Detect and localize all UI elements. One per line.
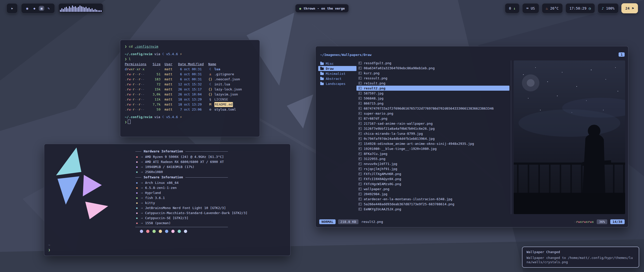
keyboard-layout-widget[interactable]: ⌨ US bbox=[522, 3, 539, 13]
sidebar-folder-draw[interactable]: Draw bbox=[318, 66, 356, 71]
file-row[interactable]: rsjqojlmjhf91.jpg bbox=[356, 166, 509, 171]
fetch-row-resolution: ▪→644x272 bbox=[135, 169, 284, 175]
cava-bar bbox=[92, 8, 93, 12]
terminal-command-line: ❯ cd .config/nvim bbox=[125, 44, 255, 49]
cava-bar bbox=[78, 7, 79, 12]
audio-visualizer-pill[interactable] bbox=[58, 3, 103, 13]
media-player-widget[interactable]: ◉ thrown - on the verge bbox=[295, 4, 349, 13]
workspaces-icons: ◉◆▣✎ bbox=[24, 6, 52, 11]
cava-bar bbox=[66, 7, 67, 12]
terminal-cursor-line[interactable]: ❯ bbox=[125, 120, 255, 125]
listing-row: drwxr-xr-x-matt 6 oct 00:31☾lua bbox=[125, 67, 255, 72]
file-row[interactable]: 19201080-__blue-tinge__-1920×1080.jpg bbox=[356, 146, 509, 151]
cwd-path: ~/.config/nvim bbox=[125, 115, 152, 119]
lua-icon: ☾ bbox=[162, 115, 164, 119]
image-icon bbox=[358, 178, 362, 180]
notification-body: Wallpaper changed to /home/matt/.config/… bbox=[527, 256, 635, 264]
prompt-char: ❯ bbox=[125, 120, 127, 124]
notification-title: Wallpaper Changed bbox=[527, 250, 635, 254]
fetch-row-theme: ▪→Catppuccin-Macchiato-Standard-Lavender… bbox=[135, 211, 284, 216]
file-row[interactable]: 08a634fa02a32364f69ebc86a98eb1eb.png bbox=[356, 65, 509, 71]
sidebar-folder-misc[interactable]: Misc bbox=[318, 61, 356, 66]
image-icon bbox=[358, 147, 362, 150]
cava-bar bbox=[63, 9, 64, 12]
listing-row: .rw-r--r--51matt 6 oct 00:31±.gitignore bbox=[125, 72, 255, 77]
image-icon bbox=[358, 193, 362, 195]
fetch-shell-prompt[interactable]: ~ ❯ bbox=[48, 243, 50, 253]
launcher-button[interactable]: ➤ bbox=[7, 3, 18, 13]
file-row[interactable]: 5a266e448add93deab367d87173e9f25-6837886… bbox=[356, 201, 509, 207]
keyboard-layout: US bbox=[531, 6, 535, 10]
volume-widget[interactable]: ♪ 100% bbox=[598, 3, 619, 13]
terminal-window[interactable]: ❯ cd .config/nvim ~/.config/nvim via ☾ v… bbox=[120, 40, 260, 137]
file-row[interactable]: FXfcII0X0AQyn9X.png bbox=[356, 176, 509, 181]
notifications-widget[interactable]: 24 ⚑ bbox=[621, 3, 638, 13]
workspace-1-icon[interactable]: ◉ bbox=[24, 6, 30, 11]
file-row[interactable]: kurz.png bbox=[356, 71, 509, 76]
workspace-3-icon[interactable]: ▣ bbox=[39, 6, 44, 11]
scroll-percent-badge: 36% bbox=[597, 219, 607, 224]
fastfetch-window[interactable]: Hardware Information▪→AMD Ryzen 9 5900X … bbox=[44, 144, 291, 256]
file-row[interactable]: resssult.png bbox=[356, 76, 509, 81]
weather-widget[interactable]: ♨ 26°C bbox=[542, 3, 563, 13]
listing-row: .rw-r--r--59matt 7 oct 23:06⚙stylua.toml bbox=[125, 107, 255, 112]
file-row[interactable]: nnvuv0xj2df71.jpg bbox=[356, 161, 509, 166]
palette-dot bbox=[178, 230, 181, 233]
preview-image bbox=[514, 60, 625, 214]
file-row[interactable]: 0c794faf07de24a4db4d4fb1eb813964.jpg bbox=[356, 136, 509, 141]
command: cd bbox=[129, 45, 133, 48]
palette-dot bbox=[171, 230, 175, 233]
file-row[interactable]: 596848.jpg bbox=[356, 96, 509, 101]
volume-icon: ♪ bbox=[602, 6, 604, 10]
sidebar-folder-landscapes[interactable]: Landscapes bbox=[318, 81, 356, 86]
cava-bar bbox=[89, 8, 90, 12]
preview-pane bbox=[514, 60, 625, 214]
file-row[interactable]: chica-mirando-la-luna-8799.jpg bbox=[356, 131, 509, 136]
selected-filename: result2.png bbox=[361, 220, 383, 224]
file-row[interactable]: result2.png bbox=[356, 86, 509, 91]
temperature-icon: ♨ bbox=[546, 6, 548, 10]
file-row[interactable]: 3126f7e9bbf21a8a4af0b67b041c6e26.jpg bbox=[356, 126, 509, 131]
file-row[interactable]: 217167-sad-anime-rain-wallpaper.png bbox=[356, 121, 509, 126]
cava-bar bbox=[72, 6, 73, 12]
fetch-row-kernel: ▪→6.5.8-zen1-1-zen bbox=[135, 185, 284, 190]
fetch-row-shell: ▪→fish 3.6.1 bbox=[135, 195, 284, 200]
tab-badge[interactable]: 1 bbox=[619, 52, 625, 57]
file-row[interactable]: FXfcJlTXgAMvH6R.png bbox=[356, 171, 509, 176]
file-row[interactable]: atardecer-en-la-montanas-ilustracion-634… bbox=[356, 196, 509, 201]
file-row[interactable]: EeNKYgIUcAAJ5JX.png bbox=[356, 207, 509, 212]
file-row[interactable]: re1sult.png bbox=[356, 81, 509, 86]
file-row[interactable]: wallpaper.png bbox=[356, 186, 509, 191]
clock-widget[interactable]: 17:50:29 ◷ bbox=[566, 3, 595, 13]
color-palette bbox=[140, 230, 284, 233]
cava-bar bbox=[96, 10, 97, 12]
cava-bar bbox=[84, 8, 85, 12]
image-icon bbox=[358, 127, 362, 130]
file-row[interactable]: 3122955.png bbox=[356, 156, 509, 161]
file-row[interactable]: 20492984.jpg bbox=[356, 191, 509, 196]
file-row[interactable]: 154928-odinokoe_anime-art-anime-okno-sin… bbox=[356, 141, 509, 146]
file-row[interactable]: 866715.png bbox=[356, 101, 509, 106]
file-row[interactable]: super-mario.png bbox=[356, 111, 509, 116]
topbar-right: 0 ↓ ⌨ US ♨ 26°C 17:50:29 ◷ ♪ 100% 24 ⚑ bbox=[505, 3, 638, 13]
workspace-4-icon[interactable]: ✎ bbox=[46, 6, 51, 11]
file-type-icon: ☾ bbox=[208, 67, 212, 72]
file-row[interactable]: 68747470733a2f2f696d616765732d7769786d70… bbox=[356, 106, 509, 111]
workspace-2-icon[interactable]: ◆ bbox=[31, 6, 37, 11]
file-row[interactable]: 587597.jpg bbox=[356, 91, 509, 96]
cava-bar bbox=[98, 10, 99, 12]
file-row[interactable]: 87r687df.png bbox=[356, 116, 509, 121]
section-header: Software Information bbox=[135, 175, 228, 180]
sidebar-folder-minimalist[interactable]: Minimalist bbox=[318, 71, 356, 76]
fetch-row-icons: ▪→Catppuccin-SE [GTK2/3] bbox=[135, 216, 284, 221]
updates-widget[interactable]: 0 ↓ bbox=[505, 3, 519, 13]
via-label: via bbox=[154, 115, 160, 119]
file-manager-window[interactable]: ~/Imagenes/Wallpapers/Draw 1 MiscDrawMin… bbox=[315, 46, 628, 227]
palette-dot bbox=[165, 230, 168, 233]
updates-icon: ↓ bbox=[513, 6, 515, 10]
notification-popup[interactable]: Wallpaper Changed Wallpaper changed to /… bbox=[522, 247, 639, 268]
file-row[interactable]: ressdfgult.png bbox=[356, 60, 509, 65]
file-row[interactable]: FXfcHgcWIAMzs0G.png bbox=[356, 181, 509, 186]
file-row[interactable]: 8FKa7Cu.jpeg bbox=[356, 151, 509, 156]
sidebar-folder-abstract[interactable]: Abstract bbox=[318, 76, 356, 81]
